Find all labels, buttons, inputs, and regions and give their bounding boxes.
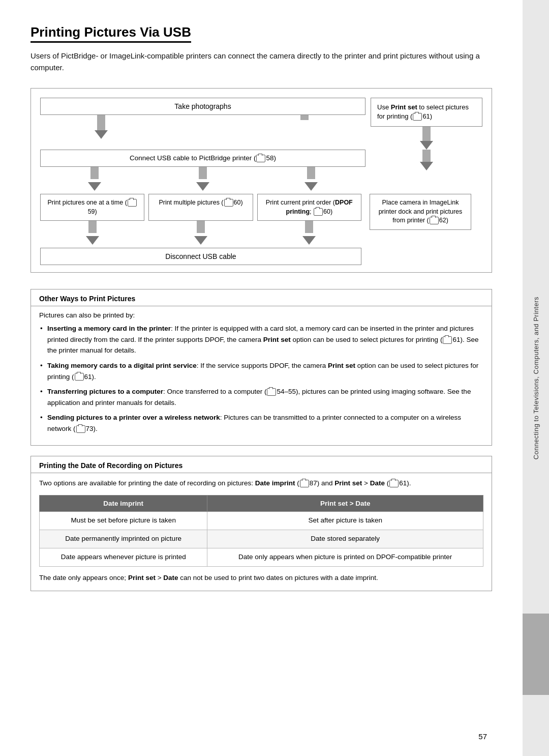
table-cell: Must be set before picture is taken xyxy=(40,512,207,530)
other-ways-section: Other Ways to Print Pictures Pictures ca… xyxy=(30,289,492,446)
ref-icon10 xyxy=(76,425,85,433)
date-table: Date imprint Print set > Date Must be se… xyxy=(39,495,483,567)
date-section: Printing the Date of Recording on Pictur… xyxy=(30,456,492,591)
item-label: Transferring pictures to a computer xyxy=(47,388,163,395)
ref-icon12 xyxy=(389,480,399,487)
list-item: Transferring pictures to a computer: Onc… xyxy=(39,386,483,408)
table-cell: Date only appears when picture is printe… xyxy=(207,548,483,567)
table-cell: Date appears whenever picture is printed xyxy=(40,548,207,567)
item-label: Inserting a memory card in the printer xyxy=(47,325,171,332)
table-cell: Date permanently imprinted on picture xyxy=(40,530,207,548)
ref-icon4 xyxy=(224,199,233,207)
list-item: Taking memory cards to a digital print s… xyxy=(39,360,483,382)
table-cell: Set after picture is taken xyxy=(207,512,483,530)
ref-icon11 xyxy=(300,480,309,487)
sidebar: Connecting to Televisions, Computers, an… xyxy=(523,0,549,756)
ref-icon xyxy=(413,113,422,121)
intro-text: Users of PictBridge- or ImageLink-compat… xyxy=(30,50,492,74)
page-title: Printing Pictures Via USB xyxy=(30,24,191,43)
table-row: Date appears whenever picture is printed… xyxy=(40,548,483,567)
ref-icon5 xyxy=(314,208,323,216)
table-row: Date permanently imprinted on picture Da… xyxy=(40,530,483,548)
flow-step4a: Print pictures one at a time (59) xyxy=(40,194,144,221)
other-ways-title: Other Ways to Print Pictures xyxy=(31,289,492,306)
ref-icon3 xyxy=(128,199,137,207)
table-header-col1: Date imprint xyxy=(40,496,207,512)
item-label: Sending pictures to a printer over a wir… xyxy=(47,414,220,421)
ref-icon9 xyxy=(267,388,276,396)
table-row: Must be set before picture is taken Set … xyxy=(40,512,483,530)
list-item: Inserting a memory card in the printer: … xyxy=(39,323,483,356)
other-ways-list: Inserting a memory card in the printer: … xyxy=(39,323,483,434)
other-ways-subtitle: Pictures can also be printed by: xyxy=(39,311,483,319)
flow-step5: Disconnect USB cable xyxy=(40,248,361,265)
table-header-col2: Print set > Date xyxy=(207,496,483,512)
flow-step3: Connect USB cable to PictBridge printer … xyxy=(40,150,365,167)
flow-print-set: Use Print set to select pictures for pri… xyxy=(371,98,482,127)
table-cell: Date stored separately xyxy=(207,530,483,548)
ref-icon8 xyxy=(75,373,84,381)
flow-step1: Take photographs xyxy=(40,98,365,115)
ref-icon2 xyxy=(256,155,265,162)
ref-icon7 xyxy=(443,336,452,344)
sidebar-label: Connecting to Televisions, Computers, an… xyxy=(532,297,540,459)
sidebar-tab xyxy=(523,614,549,695)
date-section-title: Printing the Date of Recording on Pictur… xyxy=(31,456,492,473)
item-label: Taking memory cards to a digital print s… xyxy=(47,362,197,369)
flow-step4c: Print current print order (DPOF printing… xyxy=(257,194,361,221)
ref-icon6 xyxy=(430,217,439,224)
flow-diagram: Take photographs xyxy=(30,88,492,273)
flow-step4d: Place camera in ImageLink printer dock a… xyxy=(370,194,471,230)
date-intro: Two options are available for printing t… xyxy=(39,478,483,489)
page-number: 57 xyxy=(478,732,487,741)
flow-step4b: Print multiple pictures (60) xyxy=(148,194,253,221)
date-footer: The date only appears once; Print set > … xyxy=(39,573,483,584)
list-item: Sending pictures to a printer over a wir… xyxy=(39,412,483,434)
